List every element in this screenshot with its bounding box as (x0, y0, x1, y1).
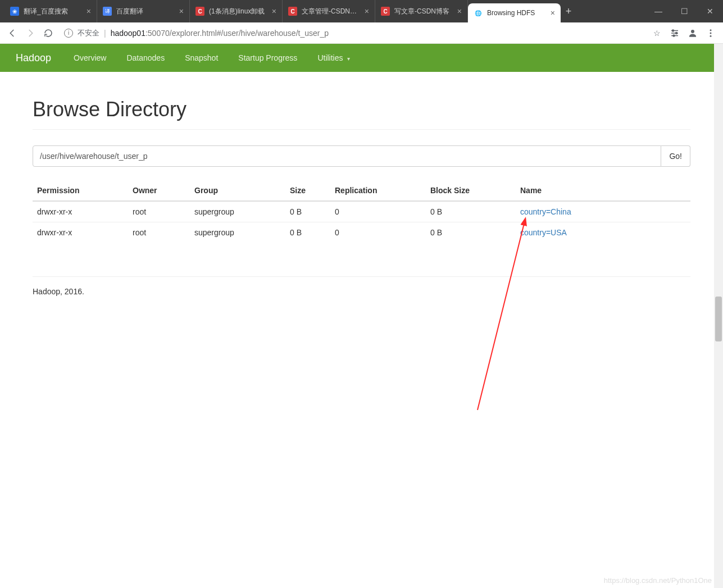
arrow-left-icon (7, 28, 17, 38)
kebab-menu-button[interactable] (703, 25, 719, 41)
reload-button[interactable] (40, 25, 56, 41)
tab-title: 百度翻译 (116, 7, 175, 16)
address-bar[interactable]: i 不安全 | hadoop01:50070/explorer.html#/us… (58, 25, 647, 41)
reload-icon (43, 28, 53, 38)
info-icon[interactable]: i (64, 29, 73, 38)
hadoop-navbar: Hadoop Overview Datanodes Snapshot Start… (0, 44, 723, 72)
separator: | (104, 29, 106, 38)
scrollbar-thumb[interactable] (715, 297, 722, 341)
security-badge: 不安全 (78, 28, 99, 38)
browser-tab-1[interactable]: 译 百度翻译 × (97, 0, 190, 22)
svg-point-3 (691, 30, 694, 33)
tab-title: (1条消息)linux卸载 (209, 7, 267, 16)
kebab-icon (706, 28, 716, 38)
globe-icon: 🌐 (474, 8, 483, 17)
window-close-button[interactable]: ✕ (697, 0, 723, 22)
url-path: :50070/explorer.html#/user/hive/warehous… (145, 29, 329, 38)
cell-permission: drwxr-xr-x (33, 201, 128, 222)
cell-block-size: 0 B (426, 222, 516, 243)
dir-link-country-usa[interactable]: country=USA (520, 228, 567, 237)
page-footer: Hadoop, 2016. (33, 276, 690, 296)
cell-block-size: 0 B (426, 201, 516, 222)
page-content: Browse Directory Go! Permission Owner Gr… (0, 72, 723, 312)
csdn-icon: C (288, 7, 297, 16)
user-avatar-icon (688, 28, 698, 38)
browser-tab-2[interactable]: C (1条消息)linux卸载 × (190, 0, 283, 22)
window-titlebar: ❀ 翻译_百度搜索 × 译 百度翻译 × C (1条消息)linux卸载 × C… (0, 0, 723, 22)
svg-point-0 (672, 30, 674, 31)
path-input[interactable] (33, 145, 661, 167)
svg-point-6 (710, 35, 712, 37)
forward-button[interactable] (22, 25, 38, 41)
nav-utilities-label: Utilities (317, 53, 343, 62)
window-maximize-button[interactable]: ☐ (671, 0, 697, 22)
tab-close-icon[interactable]: × (272, 7, 276, 16)
tab-close-icon[interactable]: × (457, 7, 462, 16)
svg-point-1 (676, 32, 677, 34)
cell-group: supergroup (190, 222, 285, 243)
profile-button[interactable] (685, 25, 701, 41)
window-minimize-button[interactable]: — (645, 0, 671, 22)
svg-point-2 (673, 35, 675, 37)
media-controls-button[interactable] (667, 25, 683, 41)
tab-close-icon[interactable]: × (551, 8, 555, 17)
fanyi-icon: 译 (103, 7, 112, 16)
tab-title: 写文章-CSDN博客 (394, 7, 453, 16)
table-header-row: Permission Owner Group Size Replication … (33, 180, 690, 201)
divider (33, 129, 690, 130)
cell-replication: 0 (330, 222, 426, 243)
nav-utilities-dropdown[interactable]: Utilities ▾ (310, 45, 358, 71)
tab-close-icon[interactable]: × (365, 7, 369, 16)
chevron-down-icon: ▾ (347, 56, 350, 62)
nav-snapshot[interactable]: Snapshot (177, 45, 226, 71)
table-row: drwxr-xr-x root supergroup 0 B 0 0 B cou… (33, 222, 690, 243)
cell-replication: 0 (330, 201, 426, 222)
browser-tab-3[interactable]: C 文章管理-CSDN博客 × (283, 0, 375, 22)
cell-group: supergroup (190, 201, 285, 222)
svg-point-4 (710, 29, 712, 31)
address-url: hadoop01:50070/explorer.html#/user/hive/… (111, 29, 329, 38)
equalizer-icon (670, 28, 680, 38)
browser-tab-0[interactable]: ❀ 翻译_百度搜索 × (4, 0, 97, 22)
svg-point-5 (710, 32, 712, 34)
bookmark-star-button[interactable]: ☆ (649, 25, 665, 41)
baidu-icon: ❀ (10, 7, 19, 16)
back-button[interactable] (4, 25, 20, 41)
tab-strip: ❀ 翻译_百度搜索 × 译 百度翻译 × C (1条消息)linux卸载 × C… (0, 0, 576, 22)
nav-datanodes[interactable]: Datanodes (119, 45, 172, 71)
tab-title: 翻译_百度搜索 (24, 7, 82, 16)
col-size: Size (285, 180, 330, 201)
col-block-size: Block Size (426, 180, 516, 201)
url-host: hadoop01 (111, 29, 145, 38)
cell-owner: root (128, 222, 190, 243)
new-tab-button[interactable]: + (561, 0, 576, 22)
cell-owner: root (128, 201, 190, 222)
tab-title: Browsing HDFS (487, 9, 546, 17)
cell-name: country=USA (516, 222, 690, 243)
nav-startup-progress[interactable]: Startup Progress (230, 45, 305, 71)
col-owner: Owner (128, 180, 190, 201)
nav-overview[interactable]: Overview (66, 45, 114, 71)
csdn-icon: C (195, 7, 204, 16)
col-permission: Permission (33, 180, 128, 201)
cell-permission: drwxr-xr-x (33, 222, 128, 243)
table-row: drwxr-xr-x root supergroup 0 B 0 0 B cou… (33, 201, 690, 222)
browser-tab-5-active[interactable]: 🌐 Browsing HDFS × (468, 3, 561, 22)
path-input-row: Go! (33, 145, 690, 167)
watermark: https://blog.csdn.net/Python1One (604, 576, 712, 585)
directory-table: Permission Owner Group Size Replication … (33, 180, 690, 243)
browser-toolbar: i 不安全 | hadoop01:50070/explorer.html#/us… (0, 22, 723, 44)
brand[interactable]: Hadoop (16, 52, 51, 64)
csdn-icon: C (381, 7, 390, 16)
page-title: Browse Directory (33, 98, 690, 121)
go-button[interactable]: Go! (661, 145, 690, 167)
tab-close-icon[interactable]: × (87, 7, 91, 16)
col-name: Name (516, 180, 690, 201)
scrollbar-track[interactable] (714, 44, 723, 588)
browser-tab-4[interactable]: C 写文章-CSDN博客 × (375, 0, 468, 22)
dir-link-country-china[interactable]: country=China (520, 207, 571, 216)
tab-title: 文章管理-CSDN博客 (302, 7, 360, 16)
col-group: Group (190, 180, 285, 201)
cell-size: 0 B (285, 201, 330, 222)
tab-close-icon[interactable]: × (179, 7, 184, 16)
